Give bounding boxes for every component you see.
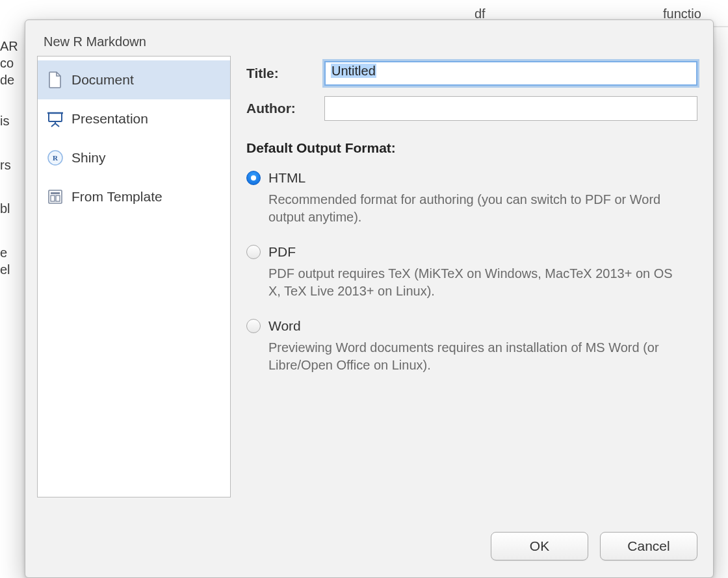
cancel-button[interactable]: Cancel [600, 532, 697, 560]
radio-icon [246, 245, 261, 259]
document-icon [47, 71, 64, 88]
format-option-label: HTML [268, 170, 306, 186]
format-option-description: Recommended format for authoring (you ca… [268, 191, 684, 226]
shiny-icon: R [47, 149, 64, 166]
radio-icon [246, 319, 261, 333]
template-icon [47, 188, 64, 205]
author-input[interactable] [324, 96, 697, 121]
title-input-value: Untitled [331, 64, 376, 78]
bg-fragment: bl [0, 201, 23, 216]
format-option-label: Word [268, 318, 301, 334]
main-panel: Title: Untitled Author: Default Output F… [246, 56, 701, 497]
output-format-heading: Default Output Format: [246, 140, 697, 156]
svg-rect-0 [49, 113, 62, 121]
new-rmarkdown-dialog: New R Markdown Document [25, 19, 714, 578]
type-sidebar: Document Presentation [37, 56, 231, 497]
bg-fragment: rs [0, 158, 23, 173]
bg-fragment: is [0, 114, 23, 129]
sidebar-item-label: Shiny [72, 150, 106, 166]
format-option-html[interactable]: HTML [246, 170, 697, 186]
title-label: Title: [246, 66, 324, 81]
svg-text:R: R [53, 154, 58, 162]
dialog-button-row: OK Cancel [491, 532, 697, 560]
radio-icon [246, 171, 261, 185]
sidebar-item-document[interactable]: Document [38, 60, 230, 99]
svg-line-3 [51, 123, 55, 127]
format-option-pdf[interactable]: PDF [246, 244, 697, 260]
format-option-description: PDF output requires TeX (MiKTeX on Windo… [268, 265, 684, 300]
dialog-title: New R Markdown [25, 20, 713, 56]
presentation-icon [47, 110, 64, 127]
svg-rect-8 [51, 192, 60, 194]
format-option-description: Previewing Word documents requires an in… [268, 339, 684, 374]
sidebar-item-label: Presentation [72, 111, 148, 127]
format-option-word[interactable]: Word [246, 318, 697, 334]
sidebar-item-label: From Template [72, 189, 162, 205]
author-label: Author: [246, 101, 324, 116]
bg-fragment: el [0, 262, 23, 277]
sidebar-item-shiny[interactable]: R Shiny [38, 138, 230, 177]
title-input[interactable]: Untitled [324, 61, 697, 86]
format-option-label: PDF [268, 244, 296, 260]
bg-fragment: AR [0, 39, 23, 54]
bg-fragment: e [0, 245, 23, 260]
bg-fragment: de [0, 73, 23, 88]
bg-fragment: co [0, 56, 23, 71]
svg-line-4 [55, 123, 59, 127]
sidebar-item-label: Document [72, 72, 134, 88]
ok-button[interactable]: OK [491, 532, 588, 560]
sidebar-item-presentation[interactable]: Presentation [38, 99, 230, 138]
sidebar-item-template[interactable]: From Template [38, 177, 230, 216]
output-format-group: HTML Recommended format for authoring (y… [246, 170, 697, 374]
